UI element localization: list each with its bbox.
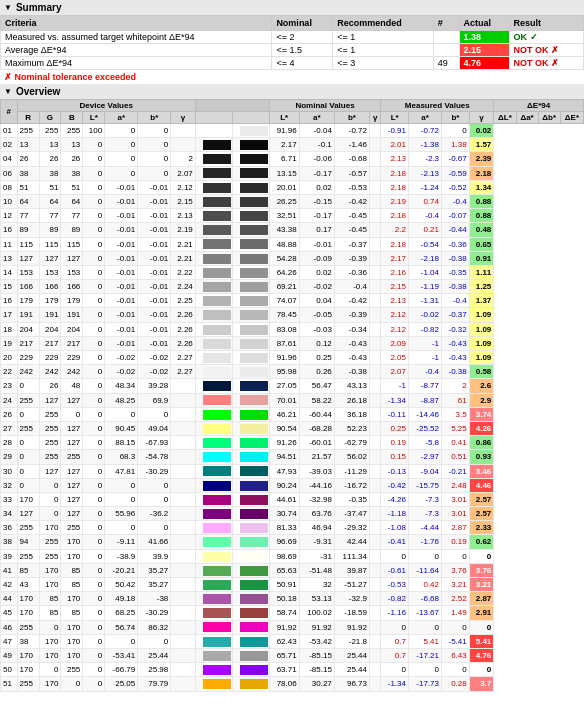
row-da: -0.02 — [408, 308, 441, 322]
row-dL: -0.42 — [381, 478, 409, 492]
row-num: 32 — [1, 478, 18, 492]
row-swatch-nom — [195, 294, 232, 308]
th-dev-Lstar: L* — [83, 112, 105, 124]
row-b: 170 — [61, 620, 83, 634]
row-Lmeas: 90.54 — [269, 421, 299, 435]
row-gamma — [171, 421, 196, 435]
row-anom: 0 — [105, 152, 138, 166]
row-Lmeas: 20.01 — [269, 180, 299, 194]
row-de: 5.41 — [469, 634, 494, 648]
row-bnom: 0 — [138, 166, 171, 180]
row-gmeas — [369, 606, 380, 620]
row-da: 0 — [408, 620, 441, 634]
row-Lnom: 0 — [83, 407, 105, 421]
row-r: 13 — [17, 138, 39, 152]
row-ameas: 0.04 — [299, 294, 334, 308]
row-swatch-meas — [232, 237, 269, 251]
row-gmeas — [369, 521, 380, 535]
row-ameas: 32 — [299, 578, 334, 592]
row-de: 3.76 — [469, 563, 494, 577]
row-ameas: -0.05 — [299, 308, 334, 322]
row-swatch-nom — [195, 492, 232, 506]
row-gmeas — [369, 308, 380, 322]
summary-result-2: NOT OK ✗ — [509, 57, 584, 70]
table-row: 34 127 0 127 0 55.96 -36.2 30.74 63.76 -… — [1, 507, 584, 521]
row-g: 85 — [39, 592, 61, 606]
row-ameas: -60.44 — [299, 407, 334, 421]
col-result: Result — [509, 16, 584, 31]
th-meas-bstar: b* — [442, 112, 470, 124]
row-anom: 0 — [105, 124, 138, 138]
row-anom: 0 — [105, 521, 138, 535]
row-dL: 2.18 — [381, 166, 409, 180]
row-bmeas: -0.53 — [334, 180, 369, 194]
row-Lnom: 0 — [83, 294, 105, 308]
row-dL: -4.26 — [381, 492, 409, 506]
row-r: 179 — [17, 294, 39, 308]
summary-recommended-2: <= 3 — [333, 57, 433, 70]
row-g: 153 — [39, 265, 61, 279]
row-anom: -0.01 — [105, 294, 138, 308]
row-b: 85 — [61, 563, 83, 577]
row-swatch-nom — [195, 265, 232, 279]
row-da: -11.64 — [408, 563, 441, 577]
row-db: 0.28 — [442, 677, 470, 691]
row-g: 204 — [39, 322, 61, 336]
row-r: 26 — [17, 152, 39, 166]
table-row: 23 0 26 48 0 48.34 39.28 27.05 56.47 43.… — [1, 379, 584, 393]
row-da: 5.41 — [408, 634, 441, 648]
row-bnom: 39.28 — [138, 379, 171, 393]
row-da: -1.31 — [408, 294, 441, 308]
row-bmeas: -0.38 — [334, 365, 369, 379]
row-swatch-meas — [232, 251, 269, 265]
row-anom: 68.25 — [105, 606, 138, 620]
row-dL: 2.07 — [381, 365, 409, 379]
row-gmeas — [369, 648, 380, 662]
row-num: 18 — [1, 322, 18, 336]
row-b: 127 — [61, 421, 83, 435]
row-Lnom: 0 — [83, 436, 105, 450]
row-bnom: -67.93 — [138, 436, 171, 450]
row-bmeas: -0.68 — [334, 152, 369, 166]
row-bmeas: -0.36 — [334, 265, 369, 279]
th-swatch-meas-sub — [232, 112, 269, 124]
row-num: 08 — [1, 180, 18, 194]
row-bmeas: -32.9 — [334, 592, 369, 606]
row-gamma — [171, 379, 196, 393]
row-ameas: 0.12 — [299, 336, 334, 350]
row-dL: 2.18 — [381, 209, 409, 223]
th-dL: ΔL* — [494, 112, 516, 124]
row-gamma: 2.12 — [171, 180, 196, 194]
row-da: -13.67 — [408, 606, 441, 620]
row-g: 170 — [39, 677, 61, 691]
row-bnom: 0 — [138, 138, 171, 152]
row-ameas: 58.22 — [299, 393, 334, 407]
row-gamma — [171, 549, 196, 563]
table-row: 30 0 127 127 0 47.81 -30.29 47.93 -39.03… — [1, 464, 584, 478]
row-da: -1.04 — [408, 265, 441, 279]
row-anom: 0 — [105, 492, 138, 506]
row-swatch-meas — [232, 351, 269, 365]
row-g: 255 — [39, 421, 61, 435]
row-bnom: -0.01 — [138, 209, 171, 223]
row-bnom: -30.29 — [138, 606, 171, 620]
row-anom: -0.01 — [105, 308, 138, 322]
row-r: 255 — [17, 393, 39, 407]
row-b: 0 — [61, 407, 83, 421]
row-gmeas — [369, 535, 380, 549]
row-dL: 2.01 — [381, 138, 409, 152]
row-bmeas: -0.39 — [334, 251, 369, 265]
row-swatch-meas — [232, 606, 269, 620]
summary-header[interactable]: ▼ Summary — [0, 0, 584, 15]
row-dL: -0.82 — [381, 592, 409, 606]
row-gmeas — [369, 421, 380, 435]
row-da: -17.21 — [408, 648, 441, 662]
row-gmeas — [369, 677, 380, 691]
overview-header[interactable]: ▼ Overview — [0, 84, 584, 99]
row-swatch-nom — [195, 535, 232, 549]
table-row: 45 170 85 85 0 68.25 -30.29 58.74 100.02… — [1, 606, 584, 620]
row-bmeas: 56.02 — [334, 450, 369, 464]
row-ameas: -0.15 — [299, 194, 334, 208]
row-gamma: 2.24 — [171, 280, 196, 294]
table-row: 39 255 255 170 0 -38.9 39.9 98.69 -31 11… — [1, 549, 584, 563]
